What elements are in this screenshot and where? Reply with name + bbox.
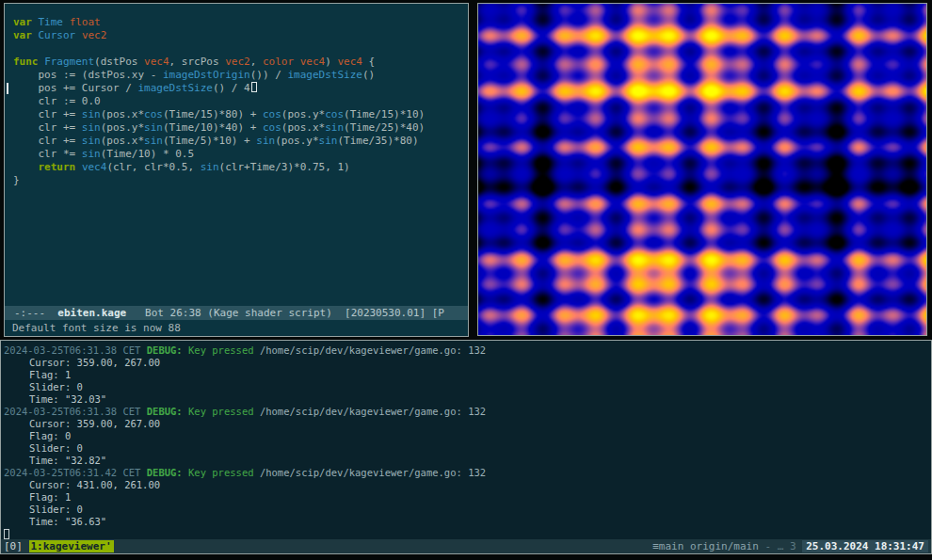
log-detail: Cursor: 359.00, 267.00	[4, 357, 925, 369]
modeline-prefix: -:---	[14, 307, 57, 319]
log-entry-header: 2024-03-25T06:31.42 CET DEBUG: Key press…	[4, 467, 925, 479]
tmux-separator: - … 3	[759, 540, 802, 552]
modeline-buffer-name: ebiten.kage	[57, 307, 126, 319]
code-area[interactable]: var Time floatvar Cursor vec2 func Fragm…	[5, 4, 468, 306]
tmux-window-tab[interactable]: 1:kageviewer'	[29, 540, 114, 552]
shader-viewer-window	[477, 3, 927, 336]
git-branch-icon: ≡	[652, 540, 659, 552]
tmux-session-index: [0]	[4, 540, 29, 552]
emacs-modeline[interactable]: -:--- ebiten.kage Bot 26:38 (Kage shader…	[5, 306, 468, 320]
emacs-window: var Time floatvar Cursor vec2 func Fragm…	[4, 3, 469, 337]
desktop: var Time floatvar Cursor vec2 func Fragm…	[0, 0, 932, 560]
log-detail: Slider: 0	[4, 442, 925, 455]
tmux-left: [0] 1:kageviewer'	[4, 539, 114, 553]
code-line: clr += sin(pos.x*sin(Time/5)*10) + sin(p…	[13, 135, 464, 148]
code-line: pos := (dstPos.xy - imageDstOrigin()) / …	[13, 69, 464, 82]
tmux-datetime: 25.03.2024 18:31:47	[802, 540, 928, 552]
code-line: var Cursor vec2	[13, 29, 464, 42]
git-branch-info: main origin/main	[659, 540, 759, 552]
echo-area-message: Default font size is now 88	[5, 320, 468, 336]
modeline-info: Bot 26:38 (Kage shader script) [20230530…	[126, 307, 444, 319]
code-line: clr := 0.0	[13, 95, 464, 108]
log-entry-header: 2024-03-25T06:31.38 CET DEBUG: Key press…	[4, 344, 925, 357]
code-line: clr += sin(pos.x*cos(Time/15)*80) + cos(…	[13, 108, 464, 121]
code-line	[13, 42, 464, 56]
code-line: pos += Cursor / imageDstSize() / 4	[13, 82, 464, 95]
log-detail: Slider: 0	[4, 504, 925, 516]
code-line: clr += sin(pos.y*sin(Time/10)*40) + cos(…	[13, 121, 464, 135]
log-detail: Flag: 1	[4, 491, 925, 504]
code-line: clr *= sin(Time/10) * 0.5	[13, 148, 464, 161]
log-detail: Cursor: 359.00, 267.00	[4, 418, 925, 430]
log-detail: Time: "36.63"	[4, 516, 925, 528]
editor-cursor	[251, 82, 257, 92]
log-area[interactable]: 2024-03-25T06:31.38 CET DEBUG: Key press…	[1, 341, 931, 539]
log-detail: Time: "32.03"	[4, 393, 925, 406]
tmux-status-bar: [0] 1:kageviewer' ≡main origin/main - … …	[1, 539, 931, 553]
log-detail: Time: "32.82"	[4, 455, 925, 467]
log-entry-header: 2024-03-25T06:31.38 CET DEBUG: Key press…	[4, 406, 925, 418]
log-detail: Flag: 1	[4, 369, 925, 381]
terminal-window: 2024-03-25T06:31.38 CET DEBUG: Key press…	[0, 340, 932, 554]
code-line: func Fragment(dstPos vec4, srcPos vec2, …	[13, 56, 464, 69]
terminal-cursor	[4, 529, 9, 539]
log-detail: Cursor: 431.00, 261.00	[4, 479, 925, 491]
log-detail: Slider: 0	[4, 381, 925, 393]
code-line: }	[13, 174, 464, 187]
code-line: var Time float	[13, 16, 464, 29]
log-detail: Flag: 0	[4, 430, 925, 442]
fringe-cursor-indicator	[7, 83, 8, 94]
tmux-right: ≡main origin/main - … 3 25.03.2024 18:31…	[652, 539, 928, 553]
code-line: return vec4(clr, clr*0.5, sin(clr+Time/3…	[13, 161, 464, 174]
shader-canvas[interactable]	[478, 4, 926, 335]
